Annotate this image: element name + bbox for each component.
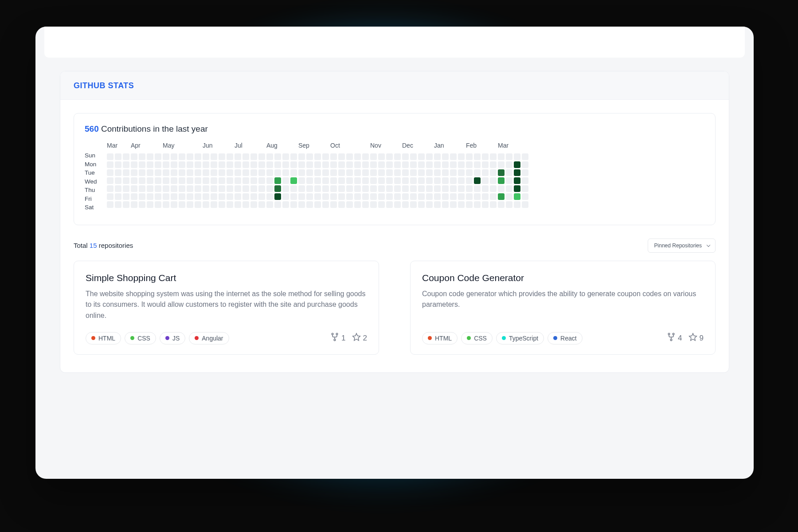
calendar-cell[interactable]	[266, 201, 273, 208]
calendar-cell[interactable]	[187, 153, 193, 160]
calendar-cell[interactable]	[115, 201, 121, 208]
calendar-cell[interactable]	[458, 169, 465, 176]
calendar-cell[interactable]	[522, 161, 528, 168]
calendar-cell[interactable]	[338, 161, 345, 168]
calendar-cell[interactable]	[466, 153, 473, 160]
calendar-cell[interactable]	[482, 193, 489, 200]
calendar-cell[interactable]	[298, 169, 305, 176]
calendar-cell[interactable]	[354, 161, 361, 168]
calendar-cell[interactable]	[306, 185, 313, 192]
calendar-cell[interactable]	[155, 153, 161, 160]
calendar-cell[interactable]	[235, 193, 241, 200]
calendar-cell[interactable]	[211, 153, 217, 160]
calendar-cell[interactable]	[131, 185, 137, 192]
calendar-cell[interactable]	[330, 177, 337, 184]
calendar-cell[interactable]	[378, 185, 385, 192]
calendar-cell[interactable]	[195, 169, 201, 176]
calendar-cell[interactable]	[227, 201, 233, 208]
calendar-cell[interactable]	[107, 185, 113, 192]
calendar-cell[interactable]	[378, 153, 385, 160]
calendar-cell[interactable]	[171, 193, 177, 200]
calendar-cell[interactable]	[219, 193, 225, 200]
calendar-cell[interactable]	[322, 201, 329, 208]
calendar-cell[interactable]	[203, 201, 209, 208]
language-tag[interactable]: React	[548, 332, 583, 344]
star-stat[interactable]: 9	[688, 332, 704, 344]
calendar-cell[interactable]	[522, 153, 528, 160]
calendar-cell[interactable]	[243, 177, 249, 184]
calendar-cell[interactable]	[394, 161, 401, 168]
calendar-cell[interactable]	[338, 177, 345, 184]
calendar-cell[interactable]	[474, 177, 481, 184]
calendar-cell[interactable]	[314, 153, 321, 160]
calendar-cell[interactable]	[490, 169, 497, 176]
calendar-cell[interactable]	[354, 193, 361, 200]
calendar-cell[interactable]	[450, 193, 457, 200]
calendar-cell[interactable]	[298, 185, 305, 192]
calendar-cell[interactable]	[235, 153, 241, 160]
calendar-cell[interactable]	[250, 153, 257, 160]
calendar-cell[interactable]	[235, 185, 241, 192]
calendar-cell[interactable]	[386, 193, 393, 200]
calendar-cell[interactable]	[219, 153, 225, 160]
calendar-cell[interactable]	[378, 193, 385, 200]
calendar-cell[interactable]	[179, 169, 185, 176]
calendar-cell[interactable]	[506, 185, 512, 192]
calendar-cell[interactable]	[370, 161, 377, 168]
calendar-cell[interactable]	[490, 161, 497, 168]
calendar-cell[interactable]	[290, 201, 297, 208]
calendar-cell[interactable]	[195, 193, 201, 200]
calendar-cell[interactable]	[235, 161, 241, 168]
calendar-cell[interactable]	[426, 177, 433, 184]
calendar-cell[interactable]	[139, 169, 145, 176]
calendar-cell[interactable]	[258, 161, 265, 168]
calendar-cell[interactable]	[434, 169, 441, 176]
calendar-cell[interactable]	[282, 193, 289, 200]
calendar-cell[interactable]	[147, 161, 153, 168]
calendar-cell[interactable]	[243, 153, 249, 160]
calendar-cell[interactable]	[195, 177, 201, 184]
calendar-cell[interactable]	[410, 193, 417, 200]
calendar-cell[interactable]	[450, 201, 457, 208]
calendar-cell[interactable]	[155, 185, 161, 192]
calendar-cell[interactable]	[282, 177, 289, 184]
calendar-cell[interactable]	[179, 185, 185, 192]
calendar-cell[interactable]	[274, 153, 281, 160]
calendar-cell[interactable]	[434, 185, 441, 192]
calendar-cell[interactable]	[123, 161, 129, 168]
calendar-cell[interactable]	[506, 169, 512, 176]
calendar-cell[interactable]	[179, 161, 185, 168]
calendar-cell[interactable]	[474, 169, 481, 176]
calendar-cell[interactable]	[274, 185, 281, 192]
calendar-cell[interactable]	[490, 201, 497, 208]
calendar-cell[interactable]	[370, 201, 377, 208]
calendar-cell[interactable]	[155, 177, 161, 184]
calendar-cell[interactable]	[482, 177, 489, 184]
calendar-cell[interactable]	[314, 201, 321, 208]
calendar-cell[interactable]	[266, 161, 273, 168]
calendar-cell[interactable]	[258, 201, 265, 208]
calendar-cell[interactable]	[346, 169, 353, 176]
language-tag[interactable]: Angular	[189, 332, 229, 344]
calendar-cell[interactable]	[147, 169, 153, 176]
calendar-cell[interactable]	[107, 153, 113, 160]
calendar-cell[interactable]	[147, 193, 153, 200]
calendar-cell[interactable]	[227, 169, 233, 176]
calendar-cell[interactable]	[147, 153, 153, 160]
calendar-cell[interactable]	[227, 185, 233, 192]
calendar-cell[interactable]	[410, 153, 417, 160]
calendar-cell[interactable]	[235, 177, 241, 184]
calendar-cell[interactable]	[386, 185, 393, 192]
calendar-cell[interactable]	[418, 185, 425, 192]
calendar-cell[interactable]	[139, 153, 145, 160]
calendar-cell[interactable]	[171, 201, 177, 208]
calendar-cell[interactable]	[163, 201, 169, 208]
calendar-cell[interactable]	[482, 185, 489, 192]
calendar-cell[interactable]	[346, 201, 353, 208]
fork-stat[interactable]: 1	[330, 332, 345, 344]
calendar-cell[interactable]	[139, 185, 145, 192]
calendar-cell[interactable]	[442, 185, 449, 192]
calendar-cell[interactable]	[442, 177, 449, 184]
calendar-cell[interactable]	[195, 161, 201, 168]
calendar-cell[interactable]	[314, 169, 321, 176]
